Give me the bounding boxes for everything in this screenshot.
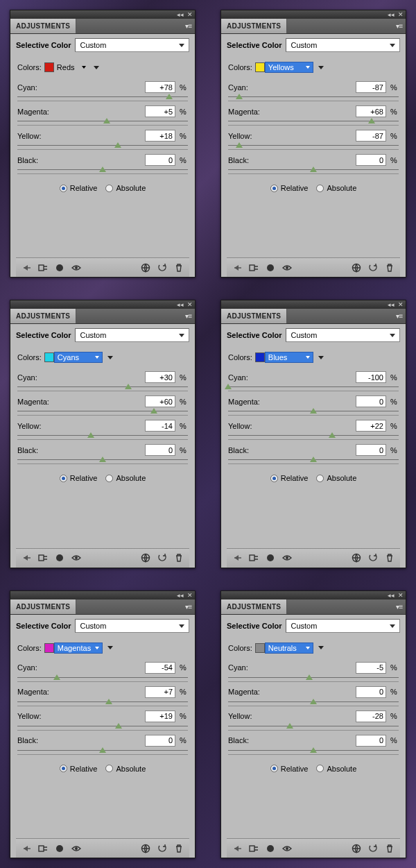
expand-icon[interactable]: [37, 552, 49, 564]
channel-slider[interactable]: [228, 143, 399, 150]
trash-icon[interactable]: [173, 552, 185, 564]
chevron-down-icon[interactable]: [316, 62, 326, 72]
channel-slider[interactable]: [228, 699, 399, 706]
channel-slider[interactable]: [17, 409, 188, 416]
collapse-icon[interactable]: ◂◂: [177, 11, 184, 18]
slider-thumb[interactable]: [306, 674, 313, 680]
clip-icon[interactable]: [350, 262, 363, 274]
back-icon[interactable]: [231, 552, 243, 564]
channel-slider[interactable]: [228, 433, 399, 440]
slider-thumb[interactable]: [125, 384, 132, 389]
expand-icon[interactable]: [248, 262, 260, 274]
slider-thumb[interactable]: [103, 118, 110, 124]
radio-relative[interactable]: Relative: [60, 184, 98, 192]
slider-thumb[interactable]: [150, 408, 157, 414]
channel-slider[interactable]: [228, 167, 399, 174]
channel-value-input[interactable]: [145, 444, 175, 456]
visibility-icon[interactable]: [281, 552, 293, 564]
trash-icon[interactable]: [383, 552, 396, 564]
slider-thumb[interactable]: [99, 457, 106, 462]
reset-icon[interactable]: [156, 262, 168, 274]
trash-icon[interactable]: [383, 262, 396, 274]
slider-thumb[interactable]: [225, 384, 232, 389]
channel-value-input[interactable]: [356, 105, 386, 117]
collapse-icon[interactable]: ◂◂: [177, 301, 184, 308]
color-dropdown[interactable]: Neutrals: [265, 643, 313, 654]
channel-slider[interactable]: [228, 457, 399, 464]
back-icon[interactable]: [20, 262, 33, 274]
channel-slider[interactable]: [17, 94, 188, 101]
channel-slider[interactable]: [17, 748, 188, 755]
radio-relative[interactable]: Relative: [270, 184, 309, 192]
color-dropdown[interactable]: Magentas: [54, 643, 103, 654]
close-icon[interactable]: ✕: [187, 301, 193, 308]
channel-value-input[interactable]: [356, 395, 386, 407]
channel-slider[interactable]: [228, 724, 399, 731]
channel-value-input[interactable]: [145, 420, 175, 432]
color-dropdown[interactable]: Reds: [54, 62, 89, 73]
channel-slider[interactable]: [17, 143, 188, 150]
preset-dropdown[interactable]: Custom: [286, 38, 400, 52]
channel-slider[interactable]: [17, 119, 188, 126]
slider-thumb[interactable]: [99, 747, 106, 753]
slider-thumb[interactable]: [329, 432, 336, 438]
close-icon[interactable]: ✕: [397, 11, 404, 18]
slider-thumb[interactable]: [236, 94, 243, 99]
channel-slider[interactable]: [17, 724, 188, 731]
clip-icon[interactable]: [139, 262, 152, 274]
channel-value-input[interactable]: [145, 710, 175, 722]
channel-slider[interactable]: [228, 748, 399, 755]
radio-absolute[interactable]: Absolute: [105, 474, 146, 482]
panel-menu-icon[interactable]: ▾≡: [182, 309, 195, 323]
radio-relative[interactable]: Relative: [270, 474, 309, 482]
reset-icon[interactable]: [367, 842, 379, 855]
channel-value-input[interactable]: [145, 154, 175, 166]
close-icon[interactable]: ✕: [397, 301, 404, 308]
radio-relative[interactable]: Relative: [270, 765, 309, 773]
slider-thumb[interactable]: [236, 142, 243, 148]
channel-value-input[interactable]: [145, 81, 175, 93]
channel-value-input[interactable]: [145, 105, 175, 117]
expand-icon[interactable]: [248, 552, 260, 564]
radio-relative[interactable]: Relative: [60, 765, 98, 773]
preset-dropdown[interactable]: Custom: [286, 619, 400, 633]
radio-absolute[interactable]: Absolute: [105, 184, 146, 192]
new-layer-icon[interactable]: [53, 262, 66, 274]
trash-icon[interactable]: [173, 262, 185, 274]
chevron-down-icon[interactable]: [92, 62, 101, 72]
channel-value-input[interactable]: [145, 686, 175, 698]
back-icon[interactable]: [231, 842, 243, 855]
channel-value-input[interactable]: [145, 371, 175, 383]
channel-value-input[interactable]: [145, 130, 175, 142]
new-layer-icon[interactable]: [264, 842, 277, 855]
panel-menu-icon[interactable]: ▾≡: [393, 19, 406, 33]
channel-value-input[interactable]: [145, 735, 175, 747]
slider-thumb[interactable]: [99, 167, 106, 172]
clip-icon[interactable]: [139, 842, 152, 855]
collapse-icon[interactable]: ◂◂: [388, 592, 395, 599]
slider-thumb[interactable]: [310, 408, 317, 414]
radio-absolute[interactable]: Absolute: [316, 474, 356, 482]
tab-adjustments[interactable]: ADJUSTMENTS: [10, 309, 76, 323]
expand-icon[interactable]: [37, 262, 49, 274]
new-layer-icon[interactable]: [53, 842, 66, 855]
channel-value-input[interactable]: [356, 686, 386, 698]
new-layer-icon[interactable]: [264, 262, 277, 274]
trash-icon[interactable]: [383, 842, 396, 855]
visibility-icon[interactable]: [70, 552, 83, 564]
channel-slider[interactable]: [17, 457, 188, 464]
back-icon[interactable]: [20, 552, 33, 564]
visibility-icon[interactable]: [281, 842, 293, 855]
slider-thumb[interactable]: [286, 723, 293, 729]
chevron-down-icon[interactable]: [316, 352, 326, 362]
channel-slider[interactable]: [228, 675, 399, 682]
reset-icon[interactable]: [156, 552, 168, 564]
clip-icon[interactable]: [350, 552, 363, 564]
close-icon[interactable]: ✕: [397, 592, 404, 599]
channel-slider[interactable]: [17, 675, 188, 682]
panel-menu-icon[interactable]: ▾≡: [182, 19, 195, 33]
panel-menu-icon[interactable]: ▾≡: [182, 599, 195, 614]
channel-value-input[interactable]: [356, 735, 386, 747]
slider-thumb[interactable]: [115, 723, 122, 729]
visibility-icon[interactable]: [281, 262, 293, 274]
